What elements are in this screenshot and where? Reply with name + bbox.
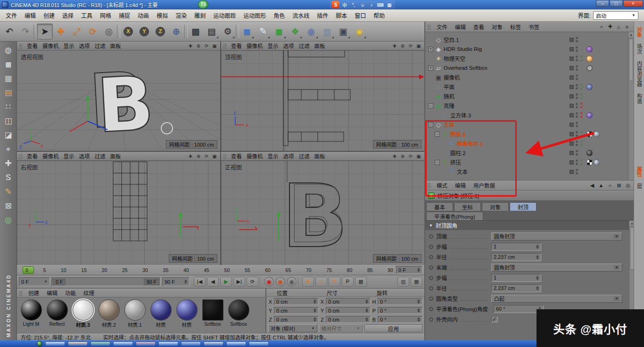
viewport-menu-item[interactable]: 过滤 [92,42,108,50]
floor-environment-button[interactable]: ▦ [319,24,335,40]
make-editable-button[interactable]: ◍ [2,44,15,57]
material-thumbnail[interactable]: 材质 [174,299,199,328]
material-thumbnail[interactable]: Reflect [45,299,69,328]
maximize-button[interactable]: □ [610,0,623,7]
ime-keyboard-icon[interactable]: ⌨ [377,1,384,8]
ime-toolbox-icon[interactable]: ▦ [386,1,393,8]
pen-spline-button[interactable]: ✎ [255,24,271,40]
attribute-tab[interactable]: 平滑着色(Phong) [426,212,483,220]
visibility-dots[interactable] [576,140,578,146]
search-icon[interactable]: ⌕ [598,23,605,31]
subdivision-surface-button[interactable]: ◼ [271,24,287,40]
minimize-button[interactable]: – [596,0,609,7]
enabled-marks[interactable]: ✓✓ [580,130,585,138]
toolbar-button[interactable] [236,25,239,39]
viewport-menu-item[interactable]: 选项 [281,152,297,160]
texture-mode-button[interactable]: ▦ [2,72,15,85]
position-x-field[interactable]: 0 cm [274,298,319,305]
taskbar-item[interactable] [113,341,133,346]
layer-chip[interactable] [570,132,574,136]
viewport-menu-item[interactable]: 过滤 [297,42,312,50]
undo-button[interactable]: ↶ [1,24,17,40]
material-tag[interactable] [586,84,593,90]
layer-chip[interactable] [570,104,574,108]
panel-menu-item[interactable]: 对象 [488,23,506,31]
layer-chip[interactable] [570,57,574,61]
coordinate-system-button[interactable]: ⊕ [168,24,184,40]
layer-chip[interactable] [570,75,574,80]
polygons-mode-button[interactable]: ◪ [2,129,15,141]
scale-button[interactable]: ⤢ [69,24,85,40]
size-x-field[interactable]: 0 cm [326,298,371,305]
range-end[interactable]: 90 F [144,279,159,285]
viewport-menu-item[interactable]: 选项 [77,42,92,50]
viewport-menu-item[interactable]: 显示 [265,152,281,160]
dock-tab[interactable]: 属性 [636,163,643,180]
menu-item[interactable]: 脚本 [332,11,351,19]
prev-frame-button[interactable]: ◀ [207,277,219,287]
toolbar-button[interactable] [33,25,37,39]
redo-button[interactable]: ↷ [17,24,33,40]
key-circle[interactable] [429,255,433,259]
close-button[interactable]: × [623,0,643,7]
rotate-view-icon[interactable]: ⟳ [203,42,210,50]
goto-start-button[interactable]: |◀ [194,277,206,287]
menu-item[interactable]: 运动跟踪 [209,11,239,19]
render-picture-viewer-button[interactable]: ▤ [204,24,220,40]
timeline-mode-button[interactable]: ▥ [397,277,409,287]
render-view-button[interactable]: ▩ [188,24,204,40]
visibility-dots[interactable] [576,169,578,174]
viewport-menu-item[interactable]: 摄像机 [40,152,61,160]
record-keyframe-button[interactable]: ◉ [264,277,274,287]
material-thumbnail[interactable]: Light M [19,299,43,328]
visibility-dots[interactable] [576,112,578,118]
panel-grip[interactable] [19,290,23,296]
object-row[interactable]: ☀物理天空✓✓ [425,54,629,63]
top-radius-field[interactable]: 2.237 cm [491,253,541,261]
panel-menu-item[interactable]: 模式 [433,182,451,189]
taskbar-item[interactable] [136,341,156,346]
light-button[interactable]: ◉ [351,24,367,40]
menu-item[interactable]: 工具 [77,11,96,19]
top-cap-select[interactable]: 圆角封顶▼ [491,232,622,240]
top-canvas[interactable]: ZX 顶视图 网格间距 : 100 cm [221,50,424,151]
visibility-dots[interactable] [576,46,578,52]
menu-item[interactable]: 运动图形 [239,11,270,19]
transport-button[interactable] [298,277,301,287]
viewport-menu-item[interactable]: 摄像机 [40,42,61,50]
rotation-p-field[interactable]: 0 ° [378,307,422,314]
object-row[interactable]: +▱Overhead Softbox⊘ [425,63,629,73]
material-thumbnail[interactable]: Softbox [200,299,225,328]
nav-back-icon[interactable]: ◀ [588,182,596,189]
start-button[interactable] [37,341,42,347]
workplane-mode-button[interactable]: ▤ [2,86,15,99]
key-circle[interactable] [429,307,433,311]
rotation-b-field[interactable]: 0 ° [378,316,422,323]
menu-item[interactable]: 角色 [270,11,289,19]
tweak-mode-button[interactable]: ✚ [2,157,15,170]
panel-menu-item[interactable]: 纹理 [80,289,98,297]
panel-grip[interactable] [427,182,431,188]
dock-tab[interactable]: 对象 [636,24,643,41]
ime-emoji-icon[interactable]: ☺ [359,1,366,8]
camera-button[interactable]: ▣ [335,24,351,40]
layer-chip[interactable] [570,151,574,155]
expand-toggle-icon[interactable]: + [428,66,433,71]
viewport-solo-button[interactable]: ◎ [2,214,15,226]
viewport-menu-item[interactable]: 查看 [25,42,40,50]
enabled-marks[interactable]: ✕✕ [580,102,585,109]
panel-grip[interactable] [19,153,23,159]
ime-punctuation-icon[interactable]: °, [350,1,357,8]
toggle-view-icon[interactable]: ▣ [211,42,218,50]
size-mode-select[interactable]: 绝对尺寸▼ [319,324,363,332]
viewport-menu-item[interactable]: 选项 [77,152,92,160]
keyframe-options-button[interactable]: ◉ [287,277,297,287]
range-end-field[interactable]: 90 F [162,277,190,286]
pan-view-icon[interactable]: ✚ [391,42,398,50]
right-canvas[interactable]: YZX 右视图 网格间距 : 100 cm [17,161,220,265]
menu-item[interactable]: 网格 [96,11,115,19]
expand-toggle-icon[interactable]: - [435,160,440,165]
cube-primitive-button[interactable]: ◼ [239,24,255,40]
key-circle[interactable] [429,286,433,290]
viewport-menu-item[interactable]: 面板 [108,152,124,160]
